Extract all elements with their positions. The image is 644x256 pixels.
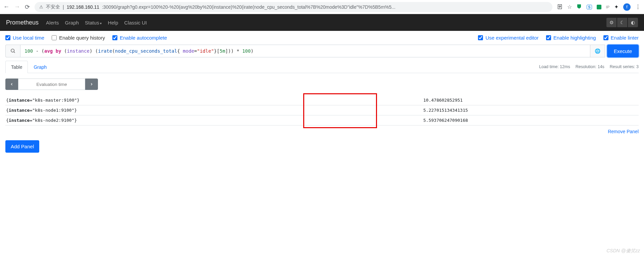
- result-value: 5.227015134341315: [423, 108, 638, 113]
- add-panel-button[interactable]: Add Panel: [5, 140, 39, 153]
- table-row: {instance="k8s-node1:9100"} 5.2270151343…: [5, 105, 639, 115]
- tab-graph[interactable]: Graph: [28, 61, 52, 73]
- nav-status[interactable]: Status: [85, 20, 102, 25]
- tabs-row: Table Graph Load time: 12ms Resolution: …: [5, 61, 639, 73]
- menu-icon[interactable]: ⋮: [635, 4, 641, 10]
- opt-local-time[interactable]: Use local time: [5, 35, 44, 41]
- remove-panel-link[interactable]: Remove Panel: [608, 129, 639, 134]
- results-table: {instance="k8s-master:9100"} 10.47860285…: [5, 95, 639, 125]
- result-value: 10.478602852951: [423, 98, 638, 103]
- table-row: {instance="k8s-node2:9100"} 5.5937062470…: [5, 115, 639, 125]
- insecure-label: 不安全: [46, 4, 60, 10]
- result-value: 5.593706247090168: [423, 118, 638, 123]
- back-icon[interactable]: ←: [3, 3, 9, 10]
- shield-icon[interactable]: ⛊: [577, 4, 582, 10]
- opt-experimental-editor[interactable]: Use experimental editor: [478, 35, 538, 41]
- stat-resolution: Resolution: 14s: [576, 64, 604, 69]
- bookmark-icon[interactable]: ☆: [567, 4, 572, 10]
- insecure-icon: ⚠: [39, 4, 43, 9]
- dark-mode-icon[interactable]: ☾: [617, 18, 627, 27]
- svg-line-1: [14, 52, 15, 53]
- svg-point-0: [11, 49, 14, 52]
- opt-highlighting[interactable]: Enable highlighting: [546, 35, 596, 41]
- reload-icon[interactable]: ⟳: [25, 3, 30, 11]
- nav-classic-ui[interactable]: Classic UI: [124, 20, 147, 25]
- search-icon[interactable]: [5, 45, 20, 57]
- query-bar: 100 - (avg by (instance) (irate(node_cpu…: [5, 45, 639, 57]
- stat-load: Load time: 12ms: [539, 64, 570, 69]
- nav-graph[interactable]: Graph: [65, 20, 79, 25]
- query-stats: Load time: 12ms Resolution: 14s Result s…: [539, 64, 639, 69]
- eval-prev-button[interactable]: [5, 79, 18, 90]
- evaluation-time-input[interactable]: [18, 79, 85, 90]
- browser-toolbar: ← → ⟳ ⚠ 不安全 | 192.168.160.11:30090/graph…: [0, 0, 644, 14]
- stat-series: Result series: 3: [610, 64, 639, 69]
- extension-icons: 🈂 ☆ ⛊ S IP ✦ f ⋮: [557, 3, 641, 11]
- globe-icon[interactable]: 🌐: [590, 45, 605, 57]
- nav-help[interactable]: Help: [108, 20, 118, 25]
- options-row: Use local time Enable query history Enab…: [0, 31, 644, 45]
- contrast-icon[interactable]: ◐: [628, 18, 638, 27]
- url-host: 192.168.160.11: [67, 4, 99, 10]
- query-input[interactable]: 100 - (avg by (instance) (irate(node_cpu…: [20, 45, 590, 57]
- evaluation-time-row: [5, 79, 639, 90]
- extensions-icon[interactable]: ✦: [614, 4, 619, 10]
- opt-linter[interactable]: Enable linter: [603, 35, 639, 41]
- translate-icon[interactable]: 🈂: [557, 4, 562, 10]
- url-path: :30090/graph?g0.expr=100%20-%20(avg%20by…: [102, 4, 395, 10]
- tab-table[interactable]: Table: [5, 61, 28, 73]
- ext-ip-icon[interactable]: IP: [606, 5, 609, 9]
- app-navbar: Prometheus Alerts Graph Status Help Clas…: [0, 14, 644, 31]
- execute-button[interactable]: Execute: [607, 45, 639, 57]
- brand[interactable]: Prometheus: [6, 19, 39, 26]
- eval-next-button[interactable]: [85, 79, 98, 90]
- opt-autocomplete[interactable]: Enable autocomplete: [112, 35, 167, 41]
- ext-s-icon[interactable]: S: [587, 5, 592, 9]
- settings-icon[interactable]: ⚙: [606, 18, 616, 27]
- table-row: {instance="k8s-master:9100"} 10.47860285…: [5, 95, 639, 105]
- opt-query-history[interactable]: Enable query history: [52, 35, 105, 41]
- ext-green-icon[interactable]: [597, 5, 601, 9]
- forward-icon[interactable]: →: [14, 3, 20, 10]
- profile-avatar[interactable]: f: [623, 3, 631, 11]
- address-bar[interactable]: ⚠ 不安全 | 192.168.160.11:30090/graph?g0.ex…: [35, 2, 552, 12]
- nav-alerts[interactable]: Alerts: [46, 20, 59, 25]
